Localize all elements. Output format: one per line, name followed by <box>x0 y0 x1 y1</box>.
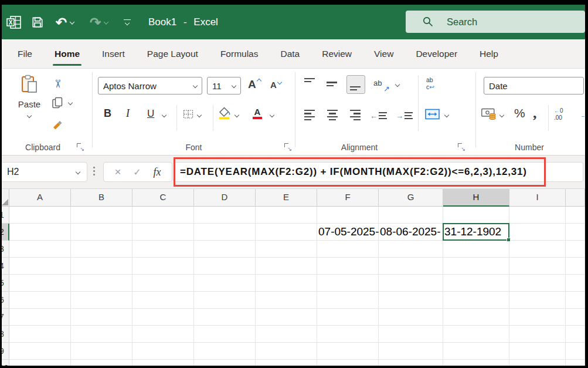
cell-E5[interactable] <box>256 275 317 292</box>
alignment-dialog-launcher[interactable] <box>458 143 465 150</box>
cell-G4[interactable] <box>379 258 443 275</box>
row-header-3[interactable]: 3 <box>2 241 9 258</box>
column-header-C[interactable]: C <box>132 189 194 207</box>
cell-H4[interactable] <box>443 258 509 275</box>
save-icon[interactable] <box>31 16 44 29</box>
cell-G6[interactable] <box>379 292 443 309</box>
redo-dropdown-chevron[interactable] <box>104 19 108 24</box>
cell-X1[interactable] <box>566 207 585 224</box>
cell-I6[interactable] <box>509 292 566 309</box>
cell-I7[interactable] <box>509 309 566 326</box>
cell-D6[interactable] <box>194 292 256 309</box>
cell-G5[interactable] <box>379 275 443 292</box>
cell-H8[interactable] <box>443 326 509 343</box>
cell-H5[interactable] <box>443 275 509 292</box>
row-header-10[interactable]: 10 <box>2 360 9 366</box>
cell-X5[interactable] <box>566 275 585 292</box>
cell-I8[interactable] <box>509 326 566 343</box>
cell-F9[interactable] <box>317 343 379 360</box>
copy-dropdown-chevron[interactable] <box>69 101 72 104</box>
cell-B6[interactable] <box>71 292 132 309</box>
search-box[interactable]: Search <box>406 11 585 33</box>
increase-indent-button[interactable]: → <box>396 110 413 121</box>
row-header-4[interactable]: 4 <box>2 258 9 275</box>
formula-bar-grip-icon[interactable] <box>93 167 95 175</box>
cell-E8[interactable] <box>256 326 317 343</box>
cell-D1[interactable] <box>194 207 256 224</box>
row-header-8[interactable]: 8 <box>2 326 9 343</box>
cell-B4[interactable] <box>71 258 132 275</box>
cell-I10[interactable] <box>509 360 566 366</box>
cell-E2[interactable] <box>256 224 317 241</box>
cell-D10[interactable] <box>194 360 256 366</box>
copy-button[interactable] <box>52 97 63 109</box>
cell-F3[interactable] <box>317 241 379 258</box>
column-header-E[interactable]: E <box>256 189 317 207</box>
cell-I2[interactable] <box>509 224 566 241</box>
tab-home[interactable]: Home <box>55 39 80 68</box>
cell-X4[interactable] <box>566 258 585 275</box>
cell-B7[interactable] <box>71 309 132 326</box>
borders-button[interactable] <box>182 108 194 120</box>
cell-E9[interactable] <box>256 343 317 360</box>
cell-E10[interactable] <box>256 360 317 366</box>
fill-color-button[interactable] <box>219 106 230 120</box>
underline-dropdown-chevron[interactable] <box>162 113 166 117</box>
cell-B8[interactable] <box>71 326 132 343</box>
insert-function-button[interactable]: fx <box>154 166 161 178</box>
merge-center-button[interactable] <box>425 109 440 120</box>
column-header-D[interactable]: D <box>194 189 256 207</box>
cell-A10[interactable] <box>9 360 71 366</box>
cell-I9[interactable] <box>509 343 566 360</box>
cell-I1[interactable] <box>509 207 566 224</box>
font-size-combobox[interactable]: 11 <box>207 77 241 94</box>
cancel-button[interactable]: × <box>114 166 121 178</box>
column-header-I[interactable]: I <box>509 189 566 207</box>
tab-page-layout[interactable]: Page Layout <box>147 39 198 68</box>
column-header-F[interactable]: F <box>317 189 379 207</box>
font-name-chevron[interactable] <box>193 83 198 88</box>
cell-B9[interactable] <box>71 343 132 360</box>
row-header-2[interactable]: 2 <box>2 224 9 241</box>
cell-G2[interactable]: 08-06-2025- <box>379 224 443 241</box>
tab-developer[interactable]: Developer <box>416 39 457 68</box>
tab-view[interactable]: View <box>374 39 393 68</box>
cell-C10[interactable] <box>132 360 194 366</box>
row-header-5[interactable]: 5 <box>2 275 9 292</box>
italic-button[interactable]: I <box>126 107 130 120</box>
column-header-A[interactable]: A <box>9 189 71 207</box>
cell-F2[interactable]: 07-05-2025- <box>317 224 379 241</box>
cell-I4[interactable] <box>509 258 566 275</box>
column-header-H[interactable]: H <box>443 189 509 207</box>
cell-A5[interactable] <box>9 275 71 292</box>
cell-F5[interactable] <box>317 275 379 292</box>
cell-H3[interactable] <box>443 241 509 258</box>
cell-D9[interactable] <box>194 343 256 360</box>
tab-data[interactable]: Data <box>280 39 300 68</box>
decrease-indent-button[interactable]: ← <box>370 110 387 121</box>
cell-H9[interactable] <box>443 343 509 360</box>
cell-X8[interactable] <box>566 326 585 343</box>
decrease-decimal-button[interactable]: → <box>580 110 584 119</box>
increase-decimal-button[interactable]: ←0 .00 <box>554 107 563 121</box>
cell-X3[interactable] <box>566 241 585 258</box>
select-all-button[interactable] <box>2 189 9 207</box>
cell-E3[interactable] <box>256 241 317 258</box>
cell-H1[interactable] <box>443 207 509 224</box>
cell-G9[interactable] <box>379 343 443 360</box>
undo-dropdown-chevron[interactable] <box>70 19 74 24</box>
quick-access-toolbar-button[interactable] <box>124 19 131 25</box>
font-name-combobox[interactable]: Aptos Narrow <box>98 77 202 94</box>
cell-C8[interactable] <box>132 326 194 343</box>
cell-F6[interactable] <box>317 292 379 309</box>
accounting-format-button[interactable] <box>481 107 497 120</box>
column-header-G[interactable]: G <box>379 189 443 207</box>
grow-font-button[interactable]: A <box>248 78 261 91</box>
cell-D7[interactable] <box>194 309 256 326</box>
cell-G1[interactable] <box>379 207 443 224</box>
middle-align-button[interactable] <box>327 78 338 90</box>
cell-G7[interactable] <box>379 309 443 326</box>
column-header-partial[interactable] <box>566 189 585 207</box>
paste-dropdown-chevron[interactable] <box>27 113 32 118</box>
cell-H6[interactable] <box>443 292 509 309</box>
